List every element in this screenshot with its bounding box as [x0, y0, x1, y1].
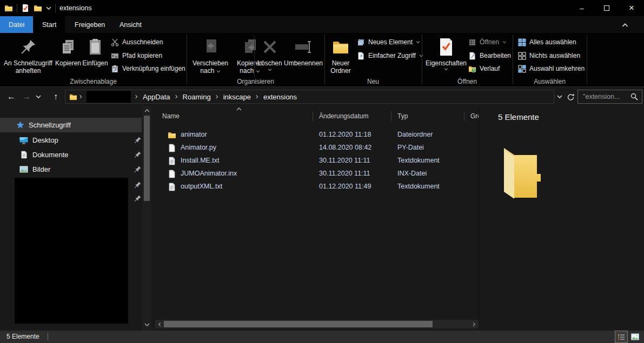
address-dropdown-chevron-icon: [557, 95, 562, 99]
sidebar-item-schnellzugriff[interactable]: Schnellzugriff: [0, 118, 142, 132]
file-type: INX-Datei: [397, 170, 427, 177]
details-view-icon: [618, 333, 625, 341]
breadcrumb-segment[interactable]: inkscape: [221, 93, 254, 101]
open-chevron-icon: [502, 41, 507, 44]
cut-button[interactable]: Ausschneiden: [111, 37, 163, 48]
tab-freigeben[interactable]: Freigeben: [66, 16, 114, 33]
column-header-type[interactable]: Typ: [397, 109, 462, 123]
sidebar-item-desktop[interactable]: Desktop: [0, 133, 142, 147]
tab-datei[interactable]: Datei: [0, 16, 33, 33]
scrollbar-thumb[interactable]: [144, 116, 150, 201]
scrollbar-thumb[interactable]: [164, 321, 433, 327]
sidebar-item-label: Dokumente: [32, 151, 68, 159]
rename-button[interactable]: Umbenennen: [283, 35, 323, 67]
move-to-button[interactable]: Verschieben nach: [188, 35, 233, 75]
tab-start[interactable]: Start: [34, 16, 65, 33]
easy-access-button[interactable]: Einfacher Zugriff: [357, 50, 423, 61]
breadcrumb-segment[interactable]: extensions: [261, 93, 300, 101]
table-row[interactable]: Animator.py 14.08.2020 08:42 PY-Datei: [155, 142, 479, 154]
table-row[interactable]: outputXML.txt 01.12.2020 11:49 Textdokum…: [155, 180, 479, 193]
sidebar-item-bilder[interactable]: Bilder: [0, 162, 142, 177]
qat-customize-chevron-icon[interactable]: [46, 6, 51, 10]
recent-locations-chevron-icon: [36, 95, 41, 99]
invert-selection-button[interactable]: Auswahl umkehren: [518, 63, 585, 74]
new-item-button[interactable]: Neues Element: [357, 37, 420, 48]
scroll-right-icon[interactable]: [470, 320, 478, 328]
status-items-count: 5 Elemente: [6, 333, 39, 340]
sidebar-item-dokumente[interactable]: Dokumente: [0, 147, 142, 162]
text-file-icon: [168, 183, 176, 191]
new-item-icon: [357, 38, 365, 46]
edit-button[interactable]: Bearbeiten: [468, 50, 511, 61]
scroll-up-icon[interactable]: [144, 109, 150, 112]
new-folder-button[interactable]: Neuer Ordner: [327, 35, 355, 75]
up-button[interactable]: ↑: [49, 90, 63, 104]
refresh-button[interactable]: [565, 90, 576, 104]
table-row[interactable]: animator 01.12.2020 11:18 Dateiordner: [155, 129, 479, 142]
open-icon: [468, 38, 476, 46]
address-dropdown-button[interactable]: [555, 90, 565, 104]
copy-path-button[interactable]: Pfad kopieren: [111, 50, 162, 61]
table-row[interactable]: Install.ME.txt 30.11.2020 11:11 Textdoku…: [155, 154, 479, 167]
breadcrumb-chevron-icon[interactable]: [174, 95, 179, 99]
column-separator[interactable]: [313, 111, 313, 121]
pin-icon[interactable]: [134, 137, 141, 144]
details-pane: 5 Elemente: [479, 106, 644, 331]
delete-button[interactable]: Löschen: [256, 35, 283, 71]
column-separator[interactable]: [391, 111, 391, 121]
qat-new-folder-icon[interactable]: [34, 4, 42, 12]
tab-ansicht[interactable]: Ansicht: [111, 16, 150, 33]
select-none-button[interactable]: Nichts auswählen: [518, 50, 580, 61]
title-bar[interactable]: extensions – ×: [0, 0, 644, 16]
copy-icon: [60, 38, 76, 56]
breadcrumb-chevron-icon[interactable]: [214, 95, 220, 99]
pin-icon[interactable]: [134, 195, 141, 202]
history-button[interactable]: Verlauf: [468, 63, 500, 74]
delete-dropdown-chevron-icon: [268, 69, 272, 71]
search-icon[interactable]: [630, 93, 638, 100]
pin-to-quick-access-button[interactable]: An Schnellzugriff anheften: [1, 35, 55, 75]
details-view-button[interactable]: [615, 331, 627, 342]
breadcrumb-chevron-icon[interactable]: [254, 95, 260, 99]
address-bar[interactable]: AppData Roaming inkscape extensions: [65, 90, 554, 104]
breadcrumb-segment[interactable]: Roaming: [180, 93, 214, 101]
scroll-down-icon[interactable]: [144, 323, 150, 327]
file-name: outputXML.txt: [181, 183, 222, 190]
copy-button[interactable]: Kopieren: [55, 35, 81, 67]
qat-properties-icon[interactable]: [21, 4, 30, 12]
pin-icon[interactable]: [134, 181, 141, 189]
thumbnail-view-button[interactable]: [629, 331, 641, 342]
forward-button[interactable]: →: [19, 90, 34, 104]
column-header-name[interactable]: Name: [162, 109, 311, 123]
file-list: Name Änderungsdatum Typ Größe animator 0…: [155, 106, 479, 331]
column-header-date[interactable]: Änderungsdatum: [319, 109, 389, 123]
paste-shortcut-button[interactable]: Verknüpfung einfügen: [111, 63, 185, 74]
breadcrumb-chevron-icon[interactable]: [134, 95, 140, 99]
move-to-label-line1: Verschieben: [192, 59, 228, 67]
pin-icon[interactable]: [134, 151, 141, 158]
table-row[interactable]: JUMOAnimator.inx 30.11.2020 11:11 INX-Da…: [155, 167, 479, 180]
search-input[interactable]: [578, 93, 630, 100]
recent-locations-button[interactable]: [34, 90, 43, 104]
ribbon-group-new: Neuer Ordner Neues Element Einfacher Zug…: [324, 33, 422, 87]
horizontal-scrollbar[interactable]: [155, 320, 479, 328]
breadcrumb-segment[interactable]: AppData: [140, 93, 173, 101]
pin-label-line1: An Schnellzugriff: [4, 59, 52, 67]
open-button[interactable]: Öffnen: [468, 37, 507, 48]
address-folder-icon: [69, 93, 77, 101]
file-date: 01.12.2020 11:49: [319, 183, 371, 190]
select-all-button[interactable]: Alles auswählen: [518, 37, 576, 48]
column-separator[interactable]: [464, 111, 464, 121]
scroll-left-icon[interactable]: [156, 320, 163, 328]
paste-button[interactable]: Einfügen: [81, 35, 109, 67]
properties-button[interactable]: Eigenschaften: [425, 35, 467, 71]
breadcrumb-chevron-icon[interactable]: [78, 95, 84, 99]
collapse-ribbon-icon[interactable]: [622, 23, 628, 27]
pin-icon[interactable]: [134, 166, 141, 173]
back-button[interactable]: ←: [4, 90, 18, 104]
minimize-button[interactable]: –: [569, 0, 594, 16]
close-button[interactable]: ×: [619, 0, 644, 16]
sidebar-scrollbar[interactable]: [142, 106, 151, 331]
column-header-size[interactable]: Größe: [470, 109, 479, 123]
maximize-button[interactable]: [594, 0, 619, 16]
